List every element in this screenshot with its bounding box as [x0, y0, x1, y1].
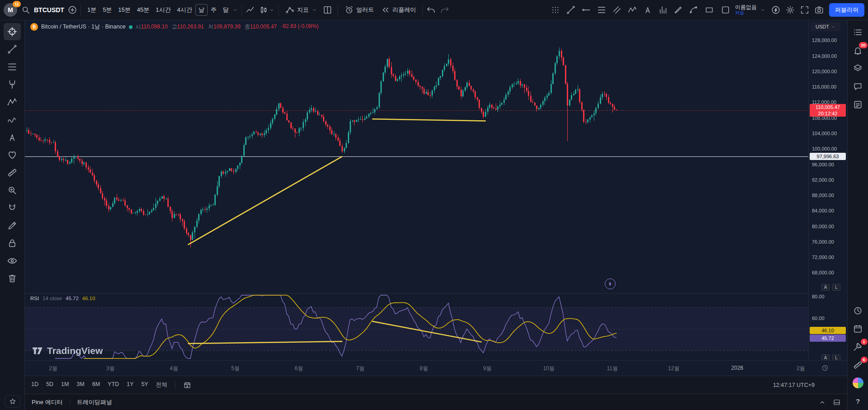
interval-button[interactable]: 날 — [195, 4, 208, 16]
range-5Y[interactable]: 5Y — [141, 381, 148, 389]
bars-pattern-icon[interactable] — [656, 3, 670, 17]
month-label[interactable]: 12월 — [668, 365, 679, 372]
arc-icon[interactable] — [687, 3, 701, 17]
month-label[interactable]: 2월 — [49, 365, 57, 372]
redo-icon[interactable] — [440, 5, 450, 15]
log-scale-button[interactable]: L — [832, 284, 840, 291]
range-1M[interactable]: 1M — [61, 381, 69, 389]
tool-eye[interactable] — [4, 252, 21, 269]
tool-crosshair[interactable] — [4, 23, 21, 40]
interval-button[interactable]: 45분 — [134, 4, 152, 16]
tool-text-tool[interactable] — [4, 129, 21, 146]
rsi-legend[interactable]: RSI 14 close 45.72 46.10 — [30, 296, 95, 301]
xabcd-pattern-icon[interactable] — [626, 3, 639, 17]
clock-label[interactable]: 12:47:17 UTC+9 — [773, 382, 815, 388]
interval-button[interactable]: 주 — [208, 4, 220, 16]
brush-icon[interactable] — [672, 3, 685, 17]
range-3M[interactable]: 3M — [76, 381, 84, 389]
parallel-channel-icon[interactable] — [610, 3, 624, 17]
sidebar-tools[interactable]: 1 — [849, 338, 867, 356]
tool-trash[interactable] — [4, 270, 21, 287]
panel-layout-icon[interactable] — [833, 398, 841, 406]
sidebar-alerts[interactable]: 20 — [849, 41, 867, 59]
interval-button[interactable]: 1시간 — [152, 4, 174, 16]
sidebar-community-globe[interactable] — [849, 374, 867, 392]
layout-grid-icon[interactable] — [323, 5, 332, 15]
tool-lock[interactable] — [4, 235, 21, 252]
month-label[interactable]: 2월 — [797, 365, 805, 372]
symbol-legend[interactable]: B Bitcoin / TetherUS · 1날 · Binance 시110… — [30, 23, 319, 31]
dots-grid-icon[interactable] — [549, 3, 562, 17]
tool-trend-line[interactable] — [4, 41, 21, 58]
interval-button[interactable]: 달 — [220, 4, 232, 16]
tool-ruler[interactable] — [4, 164, 21, 181]
line-style-icon[interactable] — [245, 5, 255, 15]
candle-style-icon[interactable] — [259, 5, 269, 15]
range-5D[interactable]: 5D — [46, 381, 53, 389]
auto-scale-button[interactable]: A — [821, 284, 830, 291]
month-label[interactable]: 11월 — [607, 365, 617, 372]
symbol-search-button[interactable]: BTCUSDT — [31, 4, 67, 16]
publish-button[interactable]: 퍼블리쉬 — [829, 3, 864, 17]
timezone-clock-icon[interactable] — [821, 364, 829, 372]
price-axis[interactable]: USDT 128,000.00124,000.00120,000.00116,0… — [808, 20, 847, 360]
quick-actions-icon[interactable] — [771, 5, 781, 15]
sidebar-calendar[interactable] — [849, 320, 867, 338]
compare-add-icon[interactable] — [67, 5, 77, 15]
range-전체[interactable]: 전체 — [156, 381, 167, 389]
tool-pitchfork[interactable] — [4, 76, 21, 93]
tool-fib-lines[interactable] — [4, 58, 21, 75]
rectangle-icon[interactable] — [702, 3, 716, 17]
fib-retracement-icon[interactable] — [595, 3, 608, 17]
fullscreen-icon[interactable] — [800, 5, 810, 15]
month-label[interactable]: 7월 — [356, 365, 365, 372]
month-label[interactable]: 2026 — [731, 365, 744, 371]
user-avatar[interactable]: M 11 — [4, 3, 17, 17]
tool-emoji-heart[interactable] — [4, 146, 21, 164]
currency-dropdown[interactable]: USDT — [811, 22, 840, 31]
range-6M[interactable]: 6M — [92, 381, 100, 389]
alert-button[interactable]: 얼러트 — [341, 3, 377, 17]
sidebar-ideas[interactable] — [849, 95, 867, 113]
tool-zoom-in[interactable] — [4, 182, 21, 199]
replay-button[interactable]: 리플레이 — [377, 3, 419, 17]
interval-button[interactable]: 5분 — [100, 4, 115, 16]
text-note-icon[interactable] — [641, 3, 655, 17]
time-axis[interactable]: 2월3월4월5월6월7월8월9월10월11월12월20262월 — [25, 360, 847, 376]
save-label[interactable]: 저장 — [735, 10, 744, 15]
undo-icon[interactable] — [426, 5, 436, 15]
multichart-checkbox-icon[interactable] — [721, 5, 730, 15]
goto-date-icon[interactable] — [183, 381, 191, 389]
trend-line-icon[interactable] — [564, 3, 578, 17]
month-label[interactable]: 4월 — [170, 365, 178, 372]
interval-button[interactable]: 15분 — [115, 4, 133, 16]
range-1Y[interactable]: 1Y — [127, 381, 133, 389]
tool-magnet[interactable] — [4, 199, 21, 217]
tool-elliott-wave[interactable] — [4, 111, 21, 128]
month-label[interactable]: 3월 — [106, 365, 115, 372]
sidebar-measure[interactable]: 6 — [849, 356, 867, 374]
tool-pencil[interactable] — [4, 217, 21, 234]
sidebar-chat[interactable] — [849, 77, 867, 95]
snapshot-camera-icon[interactable] — [814, 5, 824, 15]
month-label[interactable]: 6월 — [295, 365, 304, 372]
sidebar-history-clock[interactable] — [849, 302, 867, 320]
month-label[interactable]: 5월 — [231, 365, 240, 372]
search-icon[interactable] — [21, 5, 31, 15]
layout-chevron-icon[interactable] — [759, 7, 766, 13]
tab-trading-panel[interactable]: 트레이딩패널 — [70, 394, 119, 410]
event-bolt-marker[interactable] — [605, 278, 616, 289]
settings-gear-icon[interactable] — [785, 5, 795, 15]
expand-panel-icon[interactable] — [818, 398, 826, 406]
layout-name-button[interactable]: 이름없음 저장 — [735, 5, 757, 15]
sidebar-watchlist[interactable] — [849, 23, 867, 41]
chart-style-chevron-icon[interactable] — [269, 7, 275, 13]
sidebar-layers[interactable] — [849, 59, 867, 77]
price-chart[interactable] — [25, 20, 808, 360]
tool-pattern-shapes[interactable] — [4, 94, 21, 111]
indicators-button[interactable]: 지표 — [282, 3, 321, 17]
range-YTD[interactable]: YTD — [108, 381, 119, 389]
horizontal-ray-icon[interactable] — [579, 3, 593, 17]
interval-button[interactable]: 1분 — [84, 4, 100, 16]
interval-button[interactable]: 4시간 — [174, 4, 195, 16]
